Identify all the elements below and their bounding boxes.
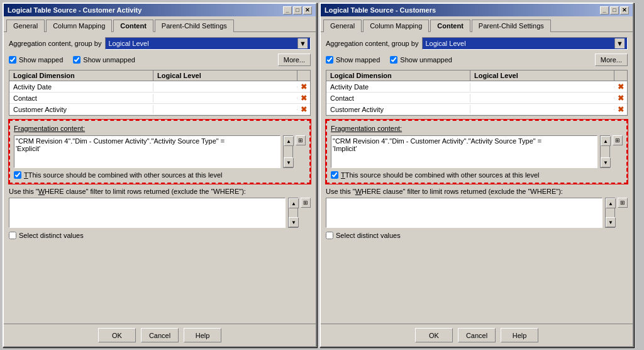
- title-bar-1: Logical Table Source - Customer Activity…: [4, 4, 316, 16]
- where-side-btn-1[interactable]: ⊞: [301, 198, 311, 208]
- show-mapped-2[interactable]: Show mapped: [326, 56, 380, 64]
- td-icon-2-2[interactable]: ✖: [614, 105, 627, 114]
- where-label-2: Use this "WHERE clause" filter to limit …: [326, 188, 628, 195]
- ok-btn-2[interactable]: OK: [415, 328, 453, 342]
- table-header-2: Logical Dimension Logical Level: [326, 71, 627, 81]
- aggregation-label-2: Aggregation content, group by: [326, 40, 418, 47]
- combine-checkbox-label-1[interactable]: TThis source should be combined with oth…: [14, 171, 306, 179]
- td-dim-1-1: Contact: [9, 94, 153, 103]
- show-unmapped-checkbox-2[interactable]: [390, 56, 397, 64]
- frag-textarea-row-2: ▲ ▼ ⊞: [331, 135, 623, 168]
- show-unmapped-2[interactable]: Show unmapped: [390, 56, 452, 64]
- table-body-2: Activity Date ✖ Contact ✖ Customer Activ…: [326, 81, 627, 115]
- more-btn-1[interactable]: More...: [278, 54, 311, 66]
- fragmentation-section-1: Fragmentation content: ▲ ▼ ⊞ TThis sourc…: [9, 120, 311, 184]
- where-textarea-row-1: ▲ ▼ ⊞: [9, 198, 311, 228]
- combine-checkbox-label-2[interactable]: TThis source should be combined with oth…: [331, 171, 623, 179]
- frag-scrollbar-2: ▲ ▼: [600, 135, 610, 168]
- maximize-btn-2[interactable]: □: [610, 6, 619, 14]
- combine-checkbox-2[interactable]: [331, 171, 338, 179]
- tab-column-mapping-2[interactable]: Column Mapping: [363, 20, 429, 32]
- where-textarea-1[interactable]: [9, 198, 286, 228]
- frag-side-btn-1[interactable]: ⊞: [296, 135, 306, 145]
- content-2: Aggregation content, group by Logical Le…: [321, 32, 633, 324]
- select-distinct-2[interactable]: Select distinct values: [326, 232, 628, 239]
- td-level-2-0: [470, 86, 614, 88]
- table-header-1: Logical Dimension Logical Level: [9, 71, 310, 81]
- tab-content-1[interactable]: Content: [113, 20, 153, 32]
- table-body-1: Activity Date ✖ Contact ✖ Customer Activ…: [9, 81, 310, 115]
- td-icon-1-0[interactable]: ✖: [297, 82, 310, 91]
- td-level-1-2: [153, 109, 297, 110]
- tab-general-1[interactable]: General: [6, 20, 45, 32]
- scroll-up-1[interactable]: ▲: [284, 136, 294, 146]
- select-distinct-checkbox-2[interactable]: [326, 232, 333, 239]
- close-btn-1[interactable]: ✕: [303, 6, 312, 14]
- show-mapped-checkbox-2[interactable]: [326, 56, 333, 64]
- aggregation-dropdown-1[interactable]: Logical Level ▼: [105, 37, 311, 50]
- td-level-2-2: [470, 109, 614, 110]
- th-dimension-2: Logical Dimension: [326, 71, 470, 81]
- tab-parent-child-2[interactable]: Parent-Child Settings: [472, 20, 551, 32]
- th-level-2: Logical Level: [470, 71, 614, 81]
- title-bar-buttons-2: _ □ ✕: [600, 6, 629, 14]
- td-dim-1-2: Customer Activity: [9, 105, 153, 114]
- ok-btn-1[interactable]: OK: [98, 328, 136, 342]
- fragmentation-label-2: Fragmentation content:: [331, 125, 623, 132]
- show-unmapped-checkbox-1[interactable]: [73, 56, 80, 64]
- show-unmapped-1[interactable]: Show unmapped: [73, 56, 135, 64]
- select-distinct-1[interactable]: Select distinct values: [9, 232, 311, 239]
- where-scroll-down-2[interactable]: ▼: [606, 217, 616, 227]
- maximize-btn-1[interactable]: □: [293, 6, 302, 14]
- close-btn-2[interactable]: ✕: [620, 6, 629, 14]
- logical-table-2: Logical Dimension Logical Level Activity…: [326, 70, 628, 116]
- tab-column-mapping-1[interactable]: Column Mapping: [46, 20, 112, 32]
- where-scroll-down-1[interactable]: ▼: [289, 217, 299, 227]
- where-scroll-up-2[interactable]: ▲: [606, 198, 616, 208]
- show-mapped-checkbox-1[interactable]: [9, 56, 16, 64]
- dropdown-arrow-2: ▼: [614, 38, 625, 48]
- cancel-btn-1[interactable]: Cancel: [141, 328, 179, 342]
- where-textarea-2[interactable]: [326, 198, 602, 228]
- frag-side-btn-2[interactable]: ⊞: [613, 135, 623, 145]
- scroll-down-2[interactable]: ▼: [601, 157, 611, 167]
- title-text-1: Logical Table Source - Customer Activity: [8, 6, 142, 14]
- tab-parent-child-1[interactable]: Parent-Child Settings: [155, 20, 234, 32]
- show-row-1: Show mapped Show unmapped More...: [9, 54, 311, 66]
- td-icon-2-1[interactable]: ✖: [614, 94, 627, 103]
- tab-general-2[interactable]: General: [323, 20, 362, 32]
- where-scroll-track-1: [289, 208, 297, 217]
- where-label-1: Use this "WHERE clause" filter to limit …: [9, 188, 311, 195]
- td-icon-2-0[interactable]: ✖: [614, 82, 627, 91]
- more-btn-2[interactable]: More...: [595, 54, 628, 66]
- help-btn-1[interactable]: Help: [184, 328, 221, 342]
- dialog-customers: Logical Table Source - Customers _ □ ✕ G…: [319, 3, 634, 347]
- frag-textarea-1[interactable]: [14, 135, 280, 168]
- where-section-1: Use this "WHERE clause" filter to limit …: [9, 188, 311, 228]
- table-row: Customer Activity ✖: [9, 104, 310, 115]
- th-action-1: [297, 71, 310, 81]
- th-level-1: Logical Level: [153, 71, 297, 81]
- table-row: Activity Date ✖: [9, 81, 310, 93]
- content-1: Aggregation content, group by Logical Le…: [4, 32, 316, 324]
- cancel-btn-2[interactable]: Cancel: [458, 328, 496, 342]
- fragmentation-section-2: Fragmentation content: ▲ ▼ ⊞ TThis sourc…: [326, 120, 628, 184]
- select-distinct-checkbox-1[interactable]: [9, 232, 16, 239]
- td-level-2-1: [470, 98, 614, 99]
- aggregation-row-2: Aggregation content, group by Logical Le…: [326, 37, 628, 50]
- tabs-2: General Column Mapping Content Parent-Ch…: [321, 16, 633, 32]
- td-icon-1-1[interactable]: ✖: [297, 94, 310, 103]
- tab-content-2[interactable]: Content: [430, 20, 470, 32]
- where-scroll-up-1[interactable]: ▲: [289, 198, 299, 208]
- aggregation-dropdown-2[interactable]: Logical Level ▼: [422, 37, 628, 50]
- scroll-down-1[interactable]: ▼: [284, 157, 294, 167]
- help-btn-2[interactable]: Help: [501, 328, 538, 342]
- scroll-up-2[interactable]: ▲: [601, 136, 611, 146]
- combine-checkbox-1[interactable]: [14, 171, 21, 179]
- show-mapped-1[interactable]: Show mapped: [9, 56, 63, 64]
- frag-textarea-2[interactable]: [331, 135, 597, 168]
- minimize-btn-1[interactable]: _: [283, 6, 292, 14]
- minimize-btn-2[interactable]: _: [600, 6, 609, 14]
- td-icon-1-2[interactable]: ✖: [297, 105, 310, 114]
- where-side-btn-2[interactable]: ⊞: [618, 198, 628, 208]
